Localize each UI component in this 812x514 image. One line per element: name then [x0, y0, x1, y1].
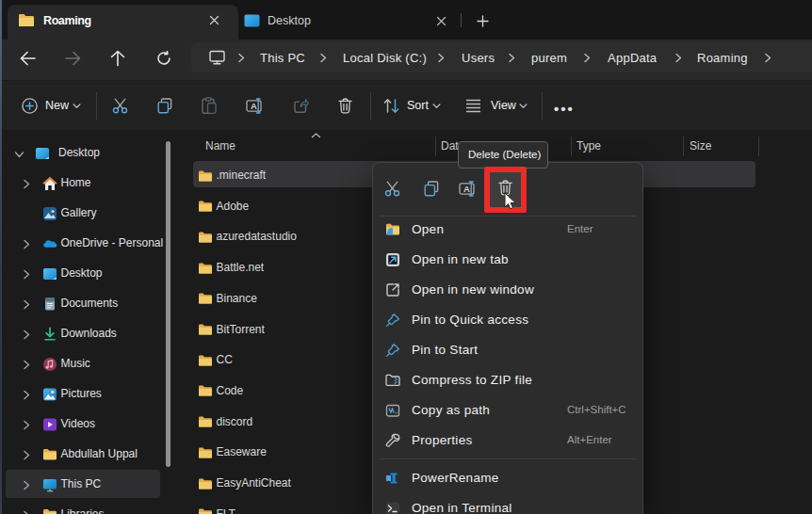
svg-text:A: A: [251, 101, 257, 111]
svg-text:A: A: [463, 184, 470, 194]
